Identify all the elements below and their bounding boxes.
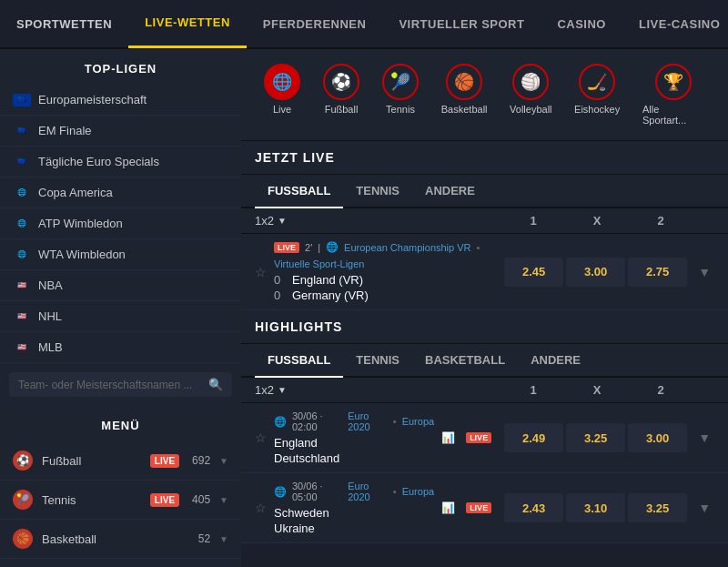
stats-icon[interactable]: 📊 [441, 501, 455, 514]
favorite-star-icon[interactable]: ☆ [255, 501, 267, 515]
sidebar-item-europameisterschaft[interactable]: 🇪🇺 Europameisterschaft [0, 85, 241, 116]
match-date-meta: 🌐 30/06 · 02:00 Euro 2020 • Europa [274, 410, 434, 432]
match-info: 🌐 30/06 · 05:00 Euro 2020 • Europa Schwe… [274, 481, 434, 535]
tab-tennis[interactable]: TENNIS [343, 175, 412, 208]
nav-live-casino[interactable]: LIVE-CASINO [622, 0, 728, 48]
match-date: 30/06 · 05:00 [292, 481, 342, 502]
main-content: 🌐 Live ⚽ Fußball 🎾 Tennis 🏀 Basketball 🏐… [241, 49, 728, 567]
odds-type-selector[interactable]: 1x2 ▼ [255, 214, 501, 228]
sport-btn-volleyball[interactable]: 🏐 Volleyball [500, 58, 561, 131]
nav-live-wetten[interactable]: LIVE-WETTEN [128, 0, 247, 48]
match-league[interactable]: European Championship VR [344, 242, 470, 253]
menu-item-fussball[interactable]: ⚽ Fußball LIVE 692 ▼ [0, 441, 241, 481]
nav-casino[interactable]: CASINO [541, 0, 622, 48]
team-row-2: 0 Germany (VR) [274, 289, 497, 302]
sidebar-item-wta[interactable]: 🌐 WTA Wimbledon [0, 239, 241, 270]
expand-icon[interactable]: ▼ [694, 261, 714, 283]
tennis-icon: 🎾 [382, 64, 419, 100]
odd-2-button[interactable]: 3.00 [628, 423, 687, 452]
volleyball-icon: 🏐 [512, 64, 549, 100]
chevron-down-icon: ▼ [219, 534, 228, 544]
search-icon: 🔍 [208, 378, 223, 391]
nav-pferderennen[interactable]: PFERDERENNEN [247, 0, 383, 48]
flag-us-icon: 🇺🇸 [13, 310, 31, 323]
odd-1-button[interactable]: 2.49 [504, 423, 563, 452]
fussball-icon: ⚽ [323, 64, 359, 100]
stats-icon[interactable]: 📊 [441, 431, 455, 444]
live-badge: LIVE [150, 454, 179, 468]
col-1-header: 1 [501, 214, 565, 228]
jetzt-live-tabs: FUSSBALL TENNIS ANDERE [241, 175, 728, 208]
search-input[interactable] [18, 379, 203, 391]
expand-icon[interactable]: ▼ [694, 427, 714, 449]
sidebar-item-tagliche[interactable]: 🇪🇺 Tägliche Euro Specials [0, 147, 241, 177]
sidebar-item-copa[interactable]: 🌐 Copa America [0, 177, 241, 208]
jetzt-live-header: JETZT LIVE [241, 141, 728, 175]
flag-eu-icon: 🇪🇺 [13, 156, 31, 168]
nav-virtueller-sport[interactable]: VIRTUELLER SPORT [382, 0, 541, 48]
odd-x-button[interactable]: 3.25 [566, 423, 625, 452]
tab-andere-h[interactable]: ANDERE [518, 344, 593, 378]
live-badge: LIVE [150, 493, 179, 507]
team-row-2: Deutschland [274, 451, 434, 465]
sidebar-item-mlb[interactable]: 🇺🇸 MLB [0, 332, 241, 363]
team-row-1: England [274, 436, 434, 450]
sidebar-item-atp[interactable]: 🌐 ATP Wimbledon [0, 208, 241, 239]
odd-2-button[interactable]: 3.25 [628, 493, 687, 522]
sport-btn-alle[interactable]: 🏆 Alle Sportart... [633, 58, 714, 131]
nav-sportwetten[interactable]: SPORTWETTEN [0, 0, 128, 48]
odd-x-button[interactable]: 3.10 [566, 493, 625, 522]
top-ligen-title: TOP-LIGEN [0, 49, 241, 85]
sidebar-item-nba[interactable]: 🇺🇸 NBA [0, 270, 241, 301]
tab-fussball-h[interactable]: FUSSBALL [255, 344, 343, 378]
tab-basketball-h[interactable]: BASKETBALL [412, 344, 518, 378]
separator: • [393, 486, 397, 497]
match-time: 2' [305, 242, 312, 253]
menu-item-basketball[interactable]: 🏀 Basketball 52 ▼ [0, 520, 241, 559]
league-label: Tägliche Euro Specials [38, 155, 159, 168]
sport-btn-eishockey[interactable]: 🏒 Eishockey [565, 58, 629, 131]
sport-btn-label: Basketball [441, 104, 488, 115]
flag-eu-icon: 🇪🇺 [13, 125, 31, 137]
favorite-star-icon[interactable]: ☆ [255, 265, 267, 279]
sport-btn-fussball[interactable]: ⚽ Fußball [314, 58, 369, 131]
basketball-icon: 🏀 [13, 529, 33, 549]
sport-btn-live[interactable]: 🌐 Live [255, 58, 309, 131]
col-2-header: 2 [629, 214, 693, 228]
sidebar-item-em-finale[interactable]: 🇪🇺 EM Finale [0, 116, 241, 147]
match-league[interactable]: Euro 2020 [348, 410, 388, 432]
match-meta: LIVE 2' | 🌐 European Championship VR • V… [274, 241, 497, 269]
expand-icon[interactable]: ▼ [694, 497, 714, 519]
sport-btn-basketball[interactable]: 🏀 Basketball [432, 58, 496, 131]
team-row-2: Ukraine [274, 521, 434, 535]
main-layout: TOP-LIGEN 🇪🇺 Europameisterschaft 🇪🇺 EM F… [0, 49, 728, 567]
favorite-star-icon[interactable]: ☆ [255, 430, 267, 445]
match-league2[interactable]: Europa [402, 486, 434, 497]
league-label: Europameisterschaft [38, 93, 147, 106]
match-league2[interactable]: Europa [402, 416, 434, 427]
score-2: 0 [274, 289, 287, 302]
match-league2[interactable]: Virtuelle Sport-Ligen [274, 258, 364, 269]
highlight-match-row-1: ☆ 🌐 30/06 · 02:00 Euro 2020 • Europa Eng… [241, 403, 728, 473]
odds-type-label-h: 1x2 [255, 383, 274, 397]
teams: Schweden Ukraine [274, 506, 434, 535]
chevron-down-icon: ▼ [219, 456, 228, 466]
match-league[interactable]: Euro 2020 [348, 481, 388, 502]
search-box: 🔍 [9, 372, 232, 397]
odd-1-button[interactable]: 2.43 [504, 493, 563, 522]
sport-btn-tennis[interactable]: 🎾 Tennis [373, 58, 428, 131]
league-label: NBA [38, 278, 63, 292]
menu-item-tennis[interactable]: 🎾 Tennis LIVE 405 ▼ [0, 481, 241, 520]
sidebar-item-nhl[interactable]: 🇺🇸 NHL [0, 301, 241, 332]
odd-1-button[interactable]: 2.45 [504, 258, 563, 287]
match-date: 30/06 · 02:00 [292, 410, 342, 432]
odd-2-button[interactable]: 2.75 [628, 258, 687, 287]
live-match-row: ☆ LIVE 2' | 🌐 European Championship VR •… [241, 234, 728, 310]
tab-tennis-h[interactable]: TENNIS [343, 344, 412, 378]
tab-andere[interactable]: ANDERE [412, 175, 488, 208]
odds-type-selector-h[interactable]: 1x2 ▼ [255, 383, 501, 397]
odd-x-button[interactable]: 3.00 [566, 258, 625, 287]
basketball-icon: 🏀 [446, 64, 482, 100]
chevron-down-icon: ▼ [219, 495, 228, 505]
tab-fussball[interactable]: FUSSBALL [255, 175, 343, 208]
